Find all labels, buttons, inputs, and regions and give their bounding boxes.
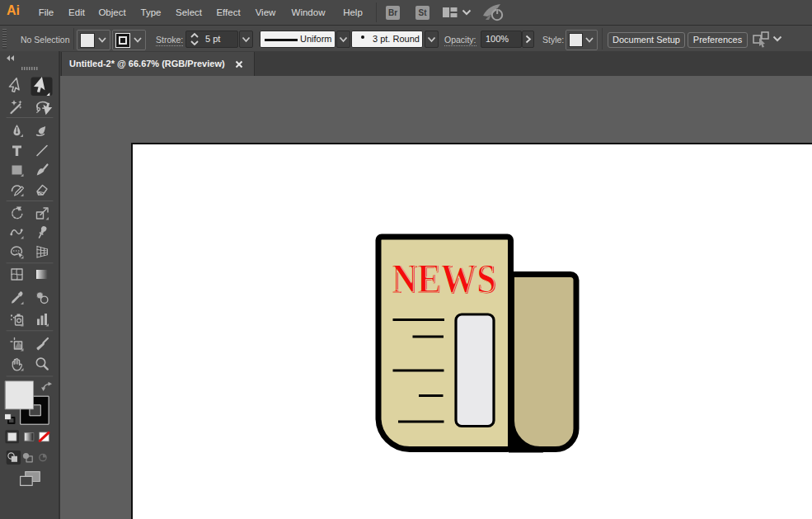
svg-text:NEWS: NEWS	[392, 255, 496, 301]
